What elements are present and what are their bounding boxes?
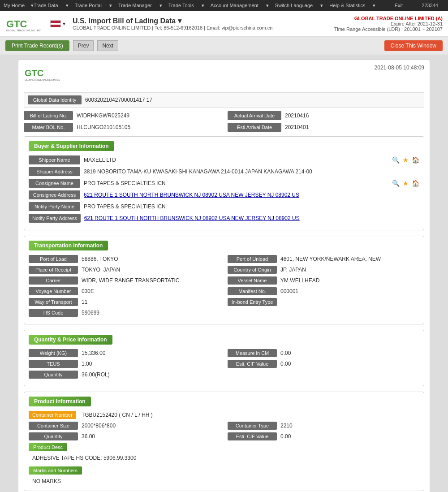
marks-value: NO MARKS xyxy=(29,476,419,486)
notify-party-name-value: PRO TAPES & SPECIALTIES ICN xyxy=(84,203,419,210)
manifest-no-label: Manifest No. xyxy=(228,287,277,295)
container-size-label: Container Size xyxy=(29,422,78,430)
container-type-label: Container Type xyxy=(228,422,277,430)
product-esti-cif-value: 0.00 xyxy=(280,433,291,440)
nav-my-home[interactable]: My Home xyxy=(4,3,25,8)
svg-text:GTC: GTC xyxy=(6,18,27,30)
quantity-row: Quantity 36.00(ROL) xyxy=(29,371,419,379)
consignee-name-label: Consignee Name xyxy=(29,179,80,188)
nav-switch-language[interactable]: Switch Language ▾ xyxy=(275,3,323,9)
container-type-pair: Container Type 2210 xyxy=(228,422,419,430)
hs-code-label: HS Code xyxy=(29,309,78,317)
vessel-name-pair: Vessel Name YM WELLHEAD xyxy=(228,276,419,285)
marks-button[interactable]: Marks and Numbers xyxy=(29,466,82,475)
weight-pair: Weight (KG) 15,336.00 xyxy=(29,349,220,357)
container-size-pair: Container Size 2000*806*800 xyxy=(29,422,220,430)
svg-text:GLOBAL TRADE ONLINE LIMITED: GLOBAL TRADE ONLINE LIMITED xyxy=(25,78,60,81)
place-of-receipt-label: Place of Receipt xyxy=(29,266,78,274)
shipper-name-value: MAXELL LTD xyxy=(84,157,388,163)
star-icon[interactable]: ★ xyxy=(401,156,409,164)
transportation-section: Transportation Information Port of Load … xyxy=(24,236,424,324)
hs-code-row: HS Code 590699 xyxy=(29,309,419,317)
search-icon-2[interactable]: 🔍 xyxy=(392,179,400,187)
record-header: GTC GLOBAL TRADE ONLINE LIMITED 2021-08-… xyxy=(18,60,430,88)
shipper-icons: 🔍 ★ 🏠 xyxy=(392,156,419,164)
voyage-number-pair: Voyage Number 030E xyxy=(29,287,220,295)
bol-row: Bill of Lading No. WIDRHKGWR025249 Actua… xyxy=(24,111,424,120)
quantity-value: 36.00(ROL) xyxy=(82,371,110,378)
carrier-value: WIDR, WIDE RANGE TRANSPORTATIC xyxy=(82,277,179,284)
nav-trade-manager[interactable]: Trade Manager ▾ xyxy=(118,3,162,9)
mater-bol-value: HLCUNGO210105105 xyxy=(77,124,220,130)
country-of-origin-pair: Country of Origin JP, JAPAN xyxy=(228,266,419,274)
product-desc-text: ADHESIVE TAPE HS CODE: 5906.99.3300 xyxy=(29,453,419,463)
logo-area: GTC GLOBAL TRADE ONLINE LIMITED ▾ xyxy=(5,13,65,34)
in-bond-pair: In-bond Entry Type xyxy=(228,298,419,306)
home-icon[interactable]: 🏠 xyxy=(411,156,419,164)
country-of-origin-value: JP, JAPAN xyxy=(280,267,306,273)
container-number-button[interactable]: Container Number xyxy=(29,411,76,419)
vessel-name-label: Vessel Name xyxy=(228,276,277,285)
way-of-transport-label: Way of Transport xyxy=(29,298,78,306)
notify-party-address-row: Notify Party Address 621 ROUTE 1 SOUTH N… xyxy=(29,214,419,223)
close-button[interactable]: Close This Window xyxy=(384,40,443,51)
prev-button[interactable]: Prev xyxy=(73,40,94,51)
container-number-row: Container Number TGBU2152420 ( CN / L / … xyxy=(29,411,419,419)
notify-party-address-label: Notify Party Address xyxy=(29,214,81,223)
nav-trade-tools[interactable]: Trade Tools ▾ xyxy=(168,3,204,9)
shipper-address-label: Shipper Address xyxy=(29,167,80,176)
main-document: GTC GLOBAL TRADE ONLINE LIMITED 2021-08-… xyxy=(18,60,430,492)
measure-label: Measure in CM xyxy=(228,349,277,357)
country-of-origin-label: Country of Origin xyxy=(228,266,277,274)
global-id-row: Global Data Identity 6003202104270000141… xyxy=(24,92,424,108)
container-fields: Container Size 2000*806*800 Container Ty… xyxy=(29,422,419,440)
shipper-address-row: Shipper Address 3819 NOBORITO TAMA-KU KW… xyxy=(29,167,419,176)
container-type-value: 2210 xyxy=(280,423,293,429)
star-icon-2[interactable]: ★ xyxy=(401,179,409,187)
product-section: Product Information Container Number TGB… xyxy=(24,392,424,491)
way-of-transport-pair: Way of Transport 11 xyxy=(29,298,220,306)
nav-account-management[interactable]: Account Management ▾ xyxy=(211,3,269,9)
product-desc-button[interactable]: Product Desc xyxy=(29,443,67,451)
language-label[interactable]: ▾ xyxy=(63,21,65,27)
manifest-no-pair: Manifest No. 000001 xyxy=(228,287,419,295)
manifest-no-value: 000001 xyxy=(280,288,298,294)
actual-arrival-label: Actual Arrival Date xyxy=(228,111,281,120)
product-esti-cif-label: Esti. CIF Value xyxy=(228,432,277,440)
notify-party-name-row: Notify Party Name PRO TAPES & SPECIALTIE… xyxy=(29,202,419,211)
teus-value: 1.00 xyxy=(82,361,92,367)
transportation-title: Transportation Information xyxy=(29,241,108,250)
container-size-value: 2000*806*800 xyxy=(82,423,116,429)
nav-trade-data[interactable]: Trade Data ▾ xyxy=(34,3,69,9)
carrier-label: Carrier xyxy=(29,276,78,285)
account-company: GLOBAL TRADE ONLINE LIMITED (A) xyxy=(334,16,443,21)
print-button[interactable]: Print Trade Record(s) xyxy=(5,40,69,51)
svg-text:GTC: GTC xyxy=(25,68,43,78)
nav-trade-portal[interactable]: Trade Portal ▾ xyxy=(75,3,112,9)
flag-language-selector[interactable]: ▾ xyxy=(50,20,65,27)
esti-cif-value: 0.00 xyxy=(280,361,291,367)
container-number-value: TGBU2152420 ( CN / L / HH ) xyxy=(82,412,153,418)
product-esti-cif-pair: Esti. CIF Value 0.00 xyxy=(228,432,419,440)
port-of-load-value: 58886, TOKYO xyxy=(82,256,118,262)
search-icon[interactable]: 🔍 xyxy=(392,156,400,164)
port-of-unload-pair: Port of Unload 4601, NEW YORK/NEWARK ARE… xyxy=(228,255,419,263)
record-logo: GTC GLOBAL TRADE ONLINE LIMITED xyxy=(24,65,73,86)
bol-value: WIDRHKGWR025249 xyxy=(77,112,220,119)
shipper-name-label: Shipper Name xyxy=(29,155,80,164)
account-range: Time Range Accessible (LDR) : 201001 ~ 2… xyxy=(334,26,443,32)
us-flag xyxy=(50,20,61,27)
bol-label: Bill of Lading No. xyxy=(24,111,73,120)
global-data-id-label: Global Data Identity xyxy=(28,95,82,104)
nav-exit[interactable]: Exit xyxy=(395,3,403,8)
measure-pair: Measure in CM 0.00 xyxy=(228,349,419,357)
mater-bol-label: Mater BOL No. xyxy=(24,123,73,132)
way-of-transport-value: 11 xyxy=(82,299,87,305)
nav-help-statistics[interactable]: Help & Statistics ▾ xyxy=(329,3,375,9)
home-icon-2[interactable]: 🏠 xyxy=(411,179,419,187)
consignee-address-label: Consignee Address xyxy=(29,190,80,199)
port-of-load-pair: Port of Load 58886, TOKYO xyxy=(29,255,220,263)
product-quantity-pair: Quantity 36.00 xyxy=(29,432,220,440)
next-button[interactable]: Next xyxy=(97,40,118,51)
product-quantity-label: Quantity xyxy=(29,432,78,440)
